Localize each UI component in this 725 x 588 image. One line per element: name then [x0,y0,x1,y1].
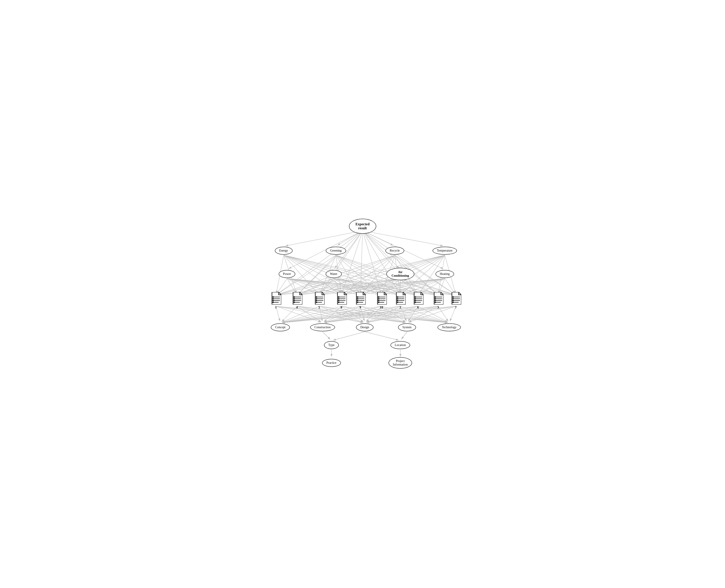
oval-construction: Construction [310,323,335,331]
doc-node-9: 9 [355,292,366,309]
label-doc-7: 7 [455,306,457,309]
svg-line-17 [363,231,417,294]
label-doc-5: 5 [318,306,320,309]
node-heating: Heating [435,270,454,278]
svg-line-51 [299,255,445,295]
label-type: Type [328,343,335,346]
label-project-information: ProjectInformation [393,359,408,366]
node-power: Power [279,270,296,278]
svg-rect-188 [338,296,339,298]
svg-line-126 [324,306,381,322]
oval-project-information: ProjectInformation [388,357,412,369]
node-design: Design [356,323,374,331]
svg-line-73 [334,278,341,294]
oval-recycle: Recycle [385,247,404,255]
svg-rect-167 [272,302,274,303]
doc-node-3: 3 [433,292,444,309]
node-system: System [398,323,416,331]
doc-icon-5 [314,292,325,304]
oval-design: Design [356,323,374,331]
svg-rect-190 [338,300,339,301]
label-power: Power [283,272,291,276]
label-recycle: Recycle [390,249,400,252]
svg-rect-223 [414,302,416,303]
svg-rect-230 [434,300,436,301]
doc-icon-6 [413,292,424,304]
doc-icon-9 [355,292,366,304]
label-temperature: Temperature [437,249,453,252]
svg-line-14 [360,231,363,293]
oval-concept: Concept [271,323,290,331]
svg-rect-196 [357,296,358,298]
svg-rect-183 [316,302,317,303]
label-doc-8: 8 [341,306,342,309]
svg-rect-191 [338,302,339,303]
svg-rect-221 [414,298,416,299]
doc-node-4: 4 [292,292,302,309]
label-doc-9: 9 [360,306,361,309]
svg-line-15 [363,231,381,293]
doc-icon-10 [376,292,387,304]
doc-node-2: 2 [395,292,406,309]
label-concept: Concept [275,326,285,329]
svg-line-13 [342,231,363,293]
oval-power: Power [279,270,296,278]
svg-line-156 [323,332,330,339]
svg-rect-231 [434,302,436,303]
node-concept: Concept [271,323,290,331]
oval-practice: Practice [322,359,341,367]
label-practice: Practice [326,361,336,364]
oval-greening: Greening [325,247,346,255]
doc-node-5: 5 [314,292,325,309]
svg-line-153 [401,332,407,339]
node-type: Type [324,341,339,349]
svg-line-50 [278,255,445,295]
svg-rect-238 [452,300,454,301]
node-technology: Technology [438,323,461,331]
svg-rect-220 [414,296,416,298]
svg-rect-239 [452,302,454,303]
svg-line-10 [277,231,363,294]
svg-line-11 [298,231,362,294]
oval-temperature: Temperature [432,247,457,255]
doc-node-7: 7 [451,292,461,309]
svg-rect-207 [378,302,379,303]
node-practice: Practice [322,359,341,367]
svg-line-151 [333,332,365,340]
node-location: Location [390,341,410,349]
svg-rect-215 [397,302,398,303]
doc-icon-4 [292,292,302,304]
label-system: System [402,326,411,329]
svg-rect-172 [294,296,295,298]
label-construction: Construction [314,326,330,329]
oval-type: Type [324,341,339,349]
node-temperature: Temperature [432,247,457,255]
svg-rect-228 [434,296,436,298]
label-location: Location [395,343,406,346]
label-energy: Energy [279,249,288,252]
svg-line-41 [299,255,395,294]
doc-node-8: 8 [336,292,347,309]
svg-line-29 [284,255,454,295]
svg-line-158 [365,332,399,340]
svg-rect-213 [397,298,398,299]
svg-line-87 [400,278,417,294]
svg-rect-204 [378,296,379,298]
node-recycle: Recycle [385,247,404,255]
oval-air-conditioning: AirConditioning [386,268,414,280]
label-water: Water [330,272,337,276]
svg-rect-180 [316,296,317,298]
doc-icon-3 [433,292,444,304]
svg-rect-166 [272,300,274,301]
svg-rect-206 [378,300,379,301]
svg-line-74 [334,278,359,294]
label-expected-result: Expectedresult [356,222,369,230]
svg-line-61 [287,278,296,294]
doc-icon-2 [395,292,406,304]
svg-rect-198 [357,300,358,301]
svg-line-69 [287,278,454,295]
label-design: Design [360,326,369,329]
svg-line-107 [297,306,363,322]
svg-line-60 [277,278,287,294]
diagram-container: Expectedresult Energy Greening Recycle T… [263,214,463,374]
